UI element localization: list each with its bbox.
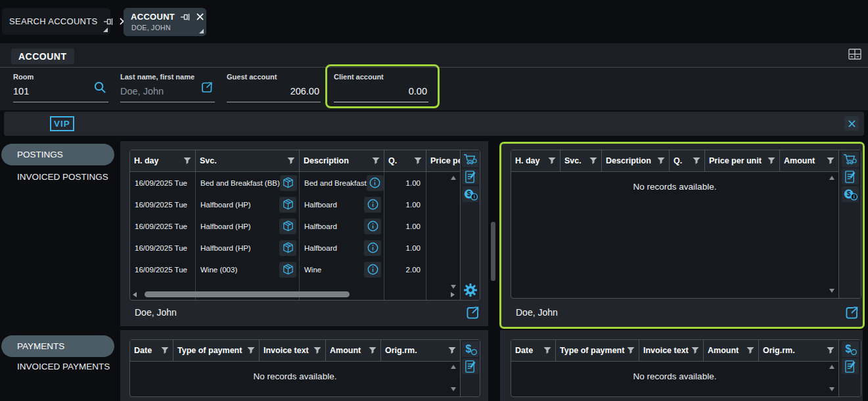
tab-search-accounts[interactable]: SEARCH ACCOUNTS bbox=[2, 8, 110, 35]
column-header-svc[interactable]: Svc. bbox=[196, 150, 300, 171]
column-header-payment-type[interactable]: Type of payment bbox=[556, 340, 639, 361]
posting-row[interactable]: 16/09/2025 Tue Halfboard (HP) Halfboard … bbox=[130, 237, 460, 259]
column-header-amount[interactable]: Amount bbox=[780, 150, 838, 171]
cart-icon[interactable] bbox=[462, 152, 479, 167]
filter-icon[interactable] bbox=[548, 157, 556, 165]
column-header-invoice-text[interactable]: Invoice text bbox=[260, 340, 326, 361]
new-invoice-icon[interactable] bbox=[462, 358, 479, 374]
column-header-payment-type[interactable]: Type of payment bbox=[173, 340, 260, 361]
external-link-icon[interactable] bbox=[200, 81, 214, 94]
cart-icon[interactable] bbox=[842, 152, 859, 167]
info-icon[interactable] bbox=[364, 262, 381, 278]
scroll-up-arrow[interactable] bbox=[451, 176, 456, 180]
info-icon[interactable] bbox=[364, 240, 381, 256]
filter-icon[interactable] bbox=[767, 157, 775, 165]
column-header-price-per-unit[interactable]: Price per unit bbox=[705, 150, 780, 171]
column-header-amount[interactable]: Amount bbox=[326, 340, 381, 361]
horizontal-scrollbar-thumb[interactable] bbox=[145, 291, 350, 297]
new-invoice-icon[interactable] bbox=[842, 169, 859, 184]
scroll-down-arrow[interactable] bbox=[451, 285, 456, 289]
filter-icon[interactable] bbox=[589, 157, 597, 165]
search-icon[interactable] bbox=[93, 81, 107, 95]
new-invoice-icon[interactable] bbox=[462, 169, 479, 184]
column-header-hday[interactable]: H. day bbox=[511, 150, 560, 171]
guest-name-field[interactable]: Last name, first name Doe, John bbox=[120, 73, 215, 102]
pin-icon[interactable] bbox=[181, 12, 191, 22]
payment-dollar-icon[interactable]: $ bbox=[842, 341, 859, 357]
posting-row[interactable]: 16/09/2025 Tue Halfboard (HP) Halfboard … bbox=[130, 215, 460, 237]
sidebar-item-postings[interactable]: POSTINGS bbox=[1, 144, 114, 165]
column-header-invoice-text[interactable]: Invoice text bbox=[639, 340, 704, 361]
scroll-down-arrow[interactable] bbox=[451, 387, 456, 391]
scroll-up-arrow[interactable] bbox=[829, 365, 834, 369]
package-icon[interactable] bbox=[280, 175, 297, 191]
column-header-date[interactable]: Date bbox=[511, 340, 556, 361]
pin-icon[interactable] bbox=[104, 17, 114, 26]
scroll-up-arrow[interactable] bbox=[451, 365, 456, 369]
external-link-icon[interactable] bbox=[465, 305, 480, 320]
guest-account-value[interactable]: 206.00 bbox=[227, 86, 321, 96]
horizontal-scrollbar[interactable] bbox=[133, 291, 455, 298]
scroll-down-arrow[interactable] bbox=[829, 387, 834, 391]
filter-icon[interactable] bbox=[313, 347, 321, 354]
package-icon[interactable] bbox=[279, 219, 296, 234]
scroll-right-arrow[interactable] bbox=[451, 292, 455, 297]
column-header-quantity[interactable]: Q. bbox=[384, 150, 426, 171]
posting-row[interactable]: 16/09/2025 Tue Halfboard (HP) Halfboard … bbox=[130, 194, 460, 215]
info-icon[interactable] bbox=[367, 175, 384, 191]
column-header-quantity[interactable]: Q. bbox=[670, 150, 705, 171]
filter-icon[interactable] bbox=[372, 157, 380, 165]
new-invoice-icon[interactable] bbox=[842, 358, 859, 374]
column-header-hday[interactable]: H. day bbox=[130, 150, 196, 171]
room-field[interactable]: Room 101 bbox=[13, 73, 108, 102]
filter-icon[interactable] bbox=[183, 157, 191, 165]
external-link-icon[interactable] bbox=[844, 305, 859, 320]
column-header-description[interactable]: Description bbox=[300, 150, 384, 171]
info-icon[interactable] bbox=[364, 197, 381, 213]
currency-exchange-icon[interactable]: $ bbox=[842, 186, 859, 202]
column-header-price-per[interactable]: Price per bbox=[426, 150, 460, 171]
filter-icon[interactable] bbox=[746, 347, 754, 354]
column-header-orig-rm[interactable]: Orig.rm. bbox=[759, 340, 838, 361]
sidebar-item-payments[interactable]: PAYMENTS bbox=[1, 335, 114, 357]
grid-view-icon[interactable] bbox=[848, 49, 861, 60]
info-icon[interactable] bbox=[364, 219, 381, 234]
filter-icon[interactable] bbox=[627, 347, 635, 354]
sidebar-item-invoiced-payments[interactable]: INVOICED PAYMENTS bbox=[17, 362, 110, 371]
column-header-svc[interactable]: Svc. bbox=[560, 150, 602, 171]
column-header-amount[interactable]: Amount bbox=[704, 340, 759, 361]
filter-icon[interactable] bbox=[827, 157, 834, 165]
filter-icon[interactable] bbox=[543, 347, 551, 354]
filter-icon[interactable] bbox=[827, 347, 834, 354]
sidebar-item-invoiced-postings[interactable]: INVOICED POSTINGS bbox=[17, 172, 108, 182]
settings-gear-icon[interactable] bbox=[463, 283, 478, 297]
filter-icon[interactable] bbox=[247, 347, 255, 354]
package-icon[interactable] bbox=[279, 262, 296, 278]
tab-corner-handle[interactable] bbox=[103, 28, 108, 32]
payment-dollar-icon[interactable]: $ bbox=[462, 341, 479, 357]
scroll-left-arrow[interactable] bbox=[133, 292, 137, 297]
close-icon[interactable] bbox=[196, 13, 204, 20]
filter-icon[interactable] bbox=[693, 157, 700, 165]
scroll-down-arrow[interactable] bbox=[829, 289, 834, 293]
column-header-orig-rm[interactable]: Orig.rm. bbox=[381, 340, 460, 361]
posting-row[interactable]: 16/09/2025 Tue Wine (003) Wine 2.00 bbox=[130, 259, 460, 280]
guest-account-field[interactable]: Guest account 206.00 bbox=[227, 73, 321, 102]
clear-attributes-icon[interactable] bbox=[844, 116, 859, 131]
client-account-value[interactable]: 0.00 bbox=[334, 86, 428, 96]
package-icon[interactable] bbox=[279, 197, 296, 213]
filter-icon[interactable] bbox=[657, 157, 665, 165]
tab-corner-handle[interactable] bbox=[199, 29, 204, 33]
filter-icon[interactable] bbox=[161, 347, 169, 354]
package-icon[interactable] bbox=[279, 240, 296, 256]
posting-row[interactable]: 16/09/2025 Tue Bed and Breakfast (BB) Be… bbox=[130, 172, 460, 194]
column-header-date[interactable]: Date bbox=[130, 340, 173, 361]
tab-account[interactable]: ACCOUNT DOE, JOHN bbox=[124, 8, 206, 36]
vertical-scrollbar[interactable] bbox=[491, 222, 495, 281]
filter-icon[interactable] bbox=[448, 347, 456, 354]
filter-icon[interactable] bbox=[369, 347, 377, 354]
filter-icon[interactable] bbox=[287, 157, 295, 165]
client-account-field[interactable]: Client account 0.00 bbox=[334, 73, 428, 102]
column-header-description[interactable]: Description bbox=[602, 150, 670, 171]
filter-icon[interactable] bbox=[691, 347, 699, 354]
